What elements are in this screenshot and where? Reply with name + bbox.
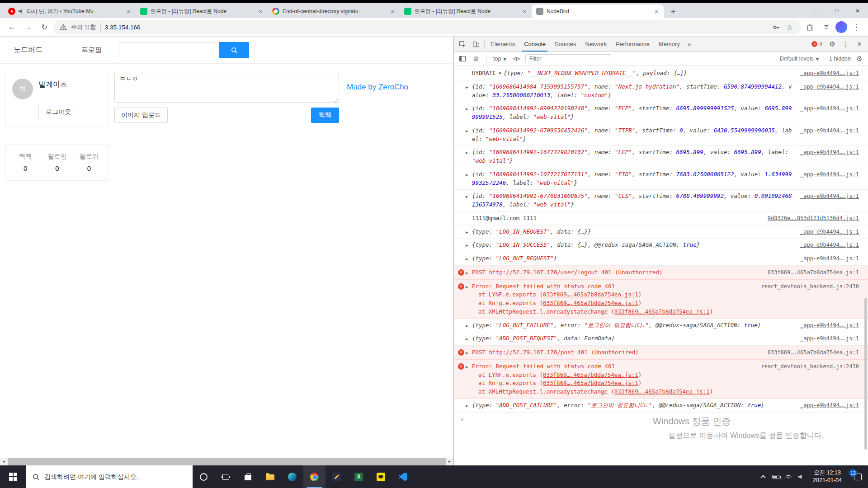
taskbar-cortana-button[interactable] xyxy=(193,465,215,488)
console-message[interactable]: react_devtools_backend.js:2430▶Error: Re… xyxy=(454,360,868,399)
console-source-link[interactable]: 033f869….465a7b8da754ea.js:1 xyxy=(768,348,859,357)
taskbar-kakaotalk-button[interactable] xyxy=(370,465,392,488)
console-source-link[interactable]: _app-e9b4494….js:1 xyxy=(800,83,859,91)
console-text[interactable]: http://52.79.107.170/user/logout xyxy=(489,269,598,276)
console-filter-input[interactable] xyxy=(525,54,611,63)
browser-tab[interactable]: End-of-central-directory signatu xyxy=(268,5,400,18)
console-message[interactable]: _app-e9b4494….js:1▶{type: "LOG_OUT_FAILU… xyxy=(454,319,868,333)
devtools-tab-performance[interactable]: Performance xyxy=(611,37,654,52)
console-message[interactable]: _app-e9b4494….js:1▶{type: "LOG_IN_REQUES… xyxy=(454,225,868,239)
console-source-link[interactable]: 9d8326e….853d121d5136d4.js:1 xyxy=(768,214,859,222)
stack-source-link[interactable]: 033f869….465a7b8da754ea.js:1 xyxy=(543,291,638,298)
scrollbar-thumb[interactable] xyxy=(8,458,446,465)
console-source-link[interactable]: _app-e9b4494….js:1 xyxy=(800,69,859,77)
tab-close-icon[interactable] xyxy=(521,8,528,15)
eye-icon[interactable] xyxy=(512,54,522,64)
profile-stat[interactable]: 팔로워0 xyxy=(73,153,105,172)
console-message[interactable]: _app-e9b4494….js:1▶{id: "1609686414992-8… xyxy=(454,102,868,124)
context-selector[interactable]: top xyxy=(491,55,508,63)
stack-source-link[interactable]: 033f869….465a7b8da754ea.js:1 xyxy=(614,308,710,315)
minimize-button[interactable] xyxy=(806,3,826,18)
log-levels-selector[interactable]: Default levels xyxy=(780,56,819,62)
tab-close-icon[interactable] xyxy=(653,8,660,15)
security-status[interactable]: 주의 요함 xyxy=(71,23,96,31)
address-bar[interactable]: 주의 요함 3.35.154.166 xyxy=(53,20,801,34)
browser-tab[interactable]: 인프런 - [리뉴얼] React로 Node xyxy=(136,5,268,18)
stack-source-link[interactable]: 033f869….465a7b8da754ea.js:1 xyxy=(614,388,710,395)
inspect-icon[interactable] xyxy=(456,38,469,51)
taskbar-search[interactable] xyxy=(26,465,193,488)
tray-chevron-up-button[interactable] xyxy=(757,465,769,488)
console-message[interactable]: 033f869….465a7b8da754ea.js:1▶POST http:/… xyxy=(454,266,868,280)
console-source-link[interactable]: _app-e9b4494….js:1 xyxy=(800,170,859,178)
console-source-link[interactable]: react_devtools_backend.js:2430 xyxy=(761,362,859,371)
console-source-link[interactable]: _app-e9b4494….js:1 xyxy=(800,104,859,113)
console-source-link[interactable]: _app-e9b4494….js:1 xyxy=(800,321,859,329)
nav-profile-link[interactable]: 프로필 xyxy=(81,46,102,54)
action-center-button[interactable]: 12 xyxy=(847,474,868,480)
console-message[interactable]: react_devtools_backend.js:2430▶Error: Re… xyxy=(454,280,868,319)
console-text[interactable]: http://52.79.107.170/post xyxy=(489,349,574,356)
taskbar-search-input[interactable] xyxy=(44,473,187,480)
console-source-link[interactable]: _app-e9b4494….js:1 xyxy=(800,241,859,249)
console-source-link[interactable]: react_devtools_backend.js:2430 xyxy=(761,282,859,291)
taskbar-chrome-button[interactable] xyxy=(303,465,326,488)
search-input[interactable] xyxy=(119,42,219,58)
tray-volume-muted-button[interactable] xyxy=(795,465,807,488)
tab-close-icon[interactable] xyxy=(257,8,264,15)
taskbar-store-button[interactable] xyxy=(237,465,259,488)
url-text[interactable]: 3.35.154.166 xyxy=(105,24,141,31)
devtools-tab-console[interactable]: Console xyxy=(519,37,550,52)
console-settings-gear-icon[interactable] xyxy=(854,54,864,64)
clear-console-icon[interactable] xyxy=(471,54,481,64)
horizontal-scrollbar[interactable] xyxy=(0,458,453,465)
console-message[interactable]: _app-e9b4494….js:1▶{id: "1609686414984-7… xyxy=(454,80,868,103)
maximize-button[interactable] xyxy=(826,3,847,18)
console-source-link[interactable]: _app-e9b4494….js:1 xyxy=(800,127,859,135)
image-upload-button[interactable]: 이미지 업로드 xyxy=(114,108,168,123)
window-close-button[interactable] xyxy=(847,3,868,18)
scroll-right-arrow[interactable] xyxy=(446,458,453,465)
console-scrollbar-thumb[interactable] xyxy=(864,298,867,450)
post-textarea[interactable]: ㅁㄴㅇ xyxy=(114,72,339,103)
hidden-messages-count[interactable]: 1 hidden xyxy=(829,56,851,62)
console-message[interactable]: _app-e9b4494….js:1▶{type: "ADD_POST_FAIL… xyxy=(454,399,868,413)
tab-close-icon[interactable] xyxy=(389,8,396,15)
taskbar-explorer-button[interactable] xyxy=(259,465,281,488)
browser-tab[interactable]: 인프런 - [리뉴얼] React로 Node xyxy=(400,5,532,18)
tab-close-icon[interactable] xyxy=(125,8,132,15)
taskbar-editor-button[interactable] xyxy=(326,465,348,488)
console-message[interactable]: _app-e9b4494….js:1▶{type: "LOG_OUT_REQUE… xyxy=(454,252,868,266)
device-toolbar-icon[interactable] xyxy=(469,38,483,51)
console-message[interactable]: _app-e9b4494….js:1▶{type: "LOG_IN_SUCCES… xyxy=(454,239,868,252)
devtools-menu-icon[interactable] xyxy=(839,38,853,51)
browser-tab[interactable]: 다시 난, 여기 - YouTube Mu xyxy=(4,5,136,18)
browser-menu-icon[interactable] xyxy=(849,20,863,34)
stack-source-link[interactable]: 033f869….465a7b8da754ea.js:1 xyxy=(543,371,638,378)
console-source-link[interactable]: _app-e9b4494….js:1 xyxy=(800,254,859,263)
bookmark-star-icon[interactable] xyxy=(785,22,795,32)
console-source-link[interactable]: _app-e9b4494….js:1 xyxy=(800,228,859,236)
tray-battery-button[interactable] xyxy=(769,465,782,488)
tab-audio-icon[interactable] xyxy=(19,9,24,14)
stack-source-link[interactable]: 033f869….465a7b8da754ea.js:1 xyxy=(543,300,638,306)
new-tab-button[interactable] xyxy=(666,5,680,18)
browser-profile-avatar[interactable] xyxy=(835,21,847,33)
console-source-link[interactable]: 033f869….465a7b8da754ea.js:1 xyxy=(768,268,859,277)
console-source-link[interactable]: _app-e9b4494….js:1 xyxy=(800,401,859,409)
start-button[interactable] xyxy=(0,465,26,488)
profile-stat[interactable]: 팔로잉0 xyxy=(41,153,73,172)
console-message[interactable]: _app-e9b4494….js:1▶{id: "1609686414991-6… xyxy=(454,190,868,212)
tweet-submit-button[interactable]: 짹짹 xyxy=(311,108,339,123)
browser-tab[interactable]: NodeBird xyxy=(532,5,664,18)
more-tabs-button[interactable] xyxy=(684,41,694,48)
devtools-tab-sources[interactable]: Sources xyxy=(550,37,581,52)
taskbar-excel-button[interactable] xyxy=(348,465,370,488)
console-message[interactable]: _app-e9b4494….js:1▶{id: "1609686414992-1… xyxy=(454,146,868,168)
console-scrollbar[interactable] xyxy=(863,66,868,465)
console-prompt[interactable] xyxy=(454,413,868,426)
taskbar-clock[interactable]: 오전 12:13 2021-01-04 xyxy=(807,469,847,485)
devtools-close-icon[interactable] xyxy=(853,38,866,51)
console-source-link[interactable]: _app-e9b4494….js:1 xyxy=(800,192,859,200)
profile-stat[interactable]: 짹짹0 xyxy=(9,153,41,172)
